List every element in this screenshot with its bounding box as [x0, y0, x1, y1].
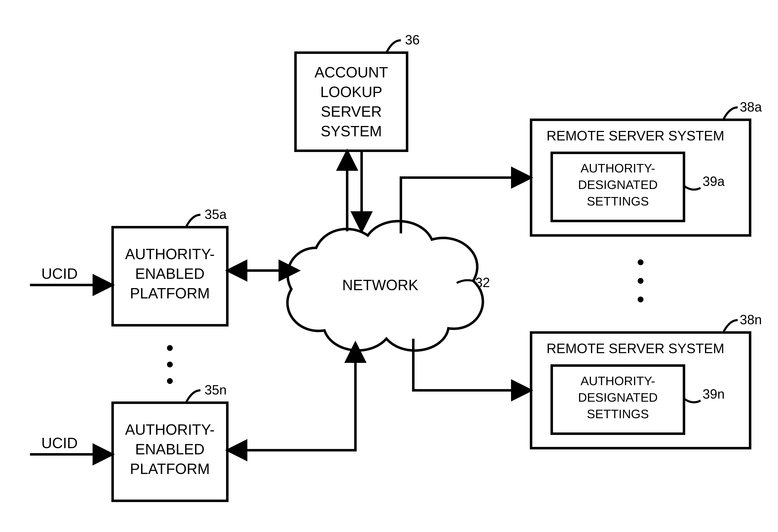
ucid-label-n: UCID	[41, 435, 78, 451]
platform-n-line3: PLATFORM	[130, 460, 210, 477]
ucid-input-a: UCID	[30, 265, 112, 285]
ucid-input-n: UCID	[30, 435, 112, 454]
svg-point-6	[167, 362, 173, 367]
remote-server-system-n: REMOTE SERVER SYSTEM AUTHORITY- DESIGNAT…	[531, 312, 762, 448]
ref-38n: 38n	[740, 312, 762, 327]
remote-n-settings-l3: SETTINGS	[587, 407, 649, 421]
ref-39a: 39a	[703, 174, 725, 189]
ref-36: 36	[405, 32, 420, 47]
account-lookup-line4: SYSTEM	[321, 123, 382, 140]
platform-a-line1: AUTHORITY-	[125, 246, 215, 262]
conn-network-remote-a	[401, 178, 531, 233]
ref-38a: 38a	[740, 100, 762, 114]
conn-platform-n-network	[227, 343, 356, 450]
remote-server-system-a: REMOTE SERVER SYSTEM AUTHORITY- DESIGNAT…	[531, 100, 762, 236]
remote-a-settings-l2: DESIGNATED	[578, 178, 658, 192]
remote-a-settings-l1: AUTHORITY-	[580, 161, 655, 175]
remote-n-title: REMOTE SERVER SYSTEM	[547, 341, 724, 356]
svg-point-7	[167, 378, 173, 384]
platform-a-line2: ENABLED	[135, 265, 205, 282]
platform-n-line1: AUTHORITY-	[125, 421, 215, 438]
ref-39n: 39n	[703, 386, 725, 402]
svg-point-13	[638, 278, 643, 284]
ucid-label-a: UCID	[41, 265, 78, 282]
network-cloud: NETWORK 32	[288, 221, 490, 350]
remote-n-settings-l1: AUTHORITY-	[580, 374, 655, 388]
svg-point-14	[638, 296, 643, 302]
authority-enabled-platform-a: AUTHORITY- ENABLED PLATFORM 35a	[112, 207, 227, 325]
remote-a-title: REMOTE SERVER SYSTEM	[547, 128, 724, 143]
remote-n-settings-l2: DESIGNATED	[578, 390, 658, 405]
account-lookup-line2: LOOKUP	[320, 84, 382, 100]
ellipsis-platforms	[167, 345, 173, 384]
ref-35a: 35a	[205, 207, 227, 222]
account-lookup-line1: ACCOUNT	[314, 64, 388, 81]
svg-point-12	[638, 259, 643, 265]
platform-a-line3: PLATFORM	[130, 285, 210, 301]
account-lookup-line3: SERVER	[321, 103, 382, 120]
conn-account-network	[347, 151, 362, 231]
platform-n-line2: ENABLED	[135, 441, 205, 457]
network-label: NETWORK	[342, 277, 418, 293]
authority-enabled-platform-n: AUTHORITY- ENABLED PLATFORM 35n	[112, 382, 227, 501]
account-lookup-server-system: ACCOUNT LOOKUP SERVER SYSTEM 36	[296, 32, 420, 151]
svg-point-5	[167, 345, 173, 351]
ellipsis-remote	[638, 259, 643, 302]
ref-32: 32	[475, 275, 490, 290]
ref-35n: 35n	[205, 382, 227, 397]
remote-a-settings-l3: SETTINGS	[587, 194, 649, 208]
